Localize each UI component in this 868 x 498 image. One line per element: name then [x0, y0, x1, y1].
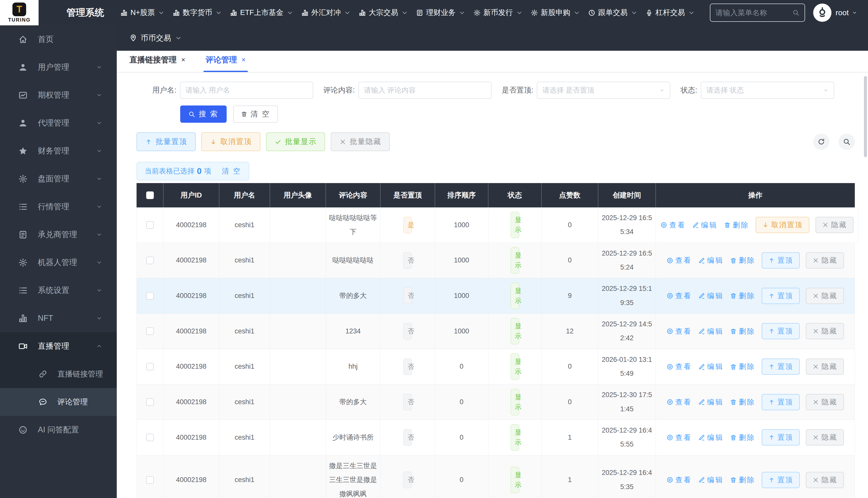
top-menu-item[interactable]: 跟单交易	[588, 8, 638, 18]
row-checkbox[interactable]	[146, 398, 154, 406]
sidebar-item[interactable]: 直播管理	[0, 332, 117, 360]
hide-button[interactable]: 隐藏	[806, 429, 844, 446]
hide-button[interactable]: 隐藏	[806, 394, 844, 410]
sidebar-item[interactable]: 期权管理	[0, 81, 117, 109]
toggle-top-button[interactable]: 置顶	[762, 472, 800, 488]
edit-link[interactable]: 编辑	[698, 324, 724, 339]
view-link[interactable]: 查看	[666, 324, 692, 339]
sidebar-item[interactable]: 代理管理	[0, 109, 117, 137]
sidebar-item[interactable]: AI 问答配置	[0, 416, 117, 444]
delete-link[interactable]: 删除	[730, 324, 756, 339]
delete-link[interactable]: 删除	[730, 253, 756, 267]
delete-link[interactable]: 删除	[724, 218, 750, 232]
menu-search-input[interactable]	[715, 9, 789, 17]
refresh-button[interactable]	[813, 134, 829, 150]
toggle-top-button[interactable]: 置顶	[762, 429, 800, 446]
row-checkbox[interactable]	[146, 327, 154, 335]
hide-button[interactable]: 隐藏	[816, 217, 854, 233]
sidebar-item[interactable]: 用户管理	[0, 53, 117, 81]
hide-button[interactable]: 隐藏	[806, 252, 844, 268]
batch-action-button[interactable]: 批量隐藏	[331, 132, 390, 151]
select-all-checkbox[interactable]	[146, 192, 154, 199]
top-menu-item[interactable]: 外汇对冲	[301, 8, 351, 18]
view-link[interactable]: 查看	[666, 430, 692, 445]
toggle-top-button[interactable]: 置顶	[762, 288, 800, 304]
user-avatar[interactable]	[813, 3, 831, 22]
search-button[interactable]: 搜 索	[180, 105, 227, 123]
tab-close-icon[interactable]: ×	[242, 56, 246, 64]
view-link[interactable]: 查看	[666, 289, 692, 303]
edit-link[interactable]: 编辑	[698, 289, 724, 303]
row-checkbox[interactable]	[146, 292, 154, 300]
delete-link[interactable]: 删除	[730, 430, 756, 445]
sidebar-item[interactable]: 盘面管理	[0, 165, 117, 193]
sidebar-item[interactable]: 系统设置	[0, 276, 117, 304]
top-menu-item[interactable]: 新币发行	[473, 8, 523, 18]
delete-link[interactable]: 删除	[730, 289, 756, 303]
batch-action-button[interactable]: 批量显示	[266, 132, 325, 151]
edit-link[interactable]: 编辑	[692, 218, 718, 232]
batch-action-button[interactable]: 取消置顶	[201, 132, 260, 151]
view-link[interactable]: 查看	[666, 253, 692, 267]
cell-operations: 查看 编辑 删除 取消置顶	[656, 207, 858, 243]
top-menu-item[interactable]: 大宗交易	[359, 8, 408, 18]
sidebar-item[interactable]: 直播链接管理	[0, 360, 117, 388]
delete-link[interactable]: 删除	[730, 473, 756, 487]
cell-avatar	[270, 349, 326, 385]
batch-action-icon	[210, 139, 217, 145]
toggle-top-button[interactable]: 置顶	[762, 252, 800, 268]
hide-button[interactable]: 隐藏	[806, 288, 844, 304]
toggle-top-button[interactable]: 置顶	[762, 394, 800, 410]
top-menu-item[interactable]: N+股票	[120, 8, 165, 18]
market-selector[interactable]: 币币交易	[117, 25, 868, 51]
sidebar-item[interactable]: 评论管理	[0, 388, 117, 416]
zoom-search-button[interactable]	[839, 134, 855, 150]
view-link[interactable]: 查看	[666, 359, 692, 374]
sidebar-item[interactable]: 首页	[0, 25, 117, 53]
edit-link[interactable]: 编辑	[698, 473, 724, 487]
view-link[interactable]: 查看	[666, 473, 692, 487]
sidebar-item[interactable]: 机器人管理	[0, 249, 117, 276]
toggle-top-button[interactable]: 置顶	[762, 323, 800, 339]
row-checkbox[interactable]	[146, 476, 154, 484]
hide-button[interactable]: 隐藏	[806, 358, 844, 375]
hide-button[interactable]: 隐藏	[806, 323, 844, 339]
logo[interactable]: T TURING	[0, 0, 39, 25]
edit-link[interactable]: 编辑	[698, 395, 724, 409]
top-menu-item[interactable]: 杠杆交易	[646, 8, 695, 18]
hide-button[interactable]: 隐藏	[806, 472, 844, 488]
row-checkbox[interactable]	[146, 434, 154, 441]
view-link[interactable]: 查看	[660, 218, 686, 232]
delete-link[interactable]: 删除	[730, 359, 756, 374]
clear-button[interactable]: 清 空	[233, 105, 278, 123]
tab-close-icon[interactable]: ×	[181, 56, 185, 64]
status-filter-select[interactable]: 请选择 状态	[701, 82, 834, 99]
row-checkbox[interactable]	[146, 363, 154, 370]
toggle-top-button[interactable]: 置顶	[762, 358, 800, 375]
username-filter-input[interactable]	[180, 82, 313, 99]
delete-link[interactable]: 删除	[730, 395, 756, 409]
row-checkbox[interactable]	[146, 257, 154, 264]
sidebar-item[interactable]: 行情管理	[0, 193, 117, 221]
sidebar-item[interactable]: NFT	[0, 304, 117, 332]
sidebar-item[interactable]: 承兑商管理	[0, 221, 117, 249]
vertical-scrollbar[interactable]	[864, 76, 867, 157]
top-menu-item[interactable]: ETF上市基金	[230, 8, 294, 18]
toggle-top-button[interactable]: 取消置顶	[756, 217, 809, 233]
page-tab[interactable]: 直播链接管理 ×	[127, 54, 187, 72]
sidebar-item[interactable]: 财务管理	[0, 137, 117, 165]
edit-link[interactable]: 编辑	[698, 359, 724, 374]
selection-clear-link[interactable]: 清 空	[222, 166, 241, 176]
edit-link[interactable]: 编辑	[698, 430, 724, 445]
edit-link[interactable]: 编辑	[698, 253, 724, 267]
comment-filter-input[interactable]	[358, 82, 492, 99]
pinned-filter-select[interactable]: 请选择 是否置顶	[537, 82, 670, 99]
top-menu-item[interactable]: 理财业务	[416, 8, 466, 18]
view-link[interactable]: 查看	[666, 395, 692, 409]
row-checkbox[interactable]	[146, 221, 154, 229]
user-menu[interactable]: root	[835, 8, 857, 17]
top-menu-item[interactable]: 新股申购	[531, 8, 580, 18]
top-menu-item[interactable]: 数字货币	[173, 8, 222, 18]
batch-action-button[interactable]: 批量置顶	[137, 132, 196, 151]
page-tab[interactable]: 评论管理 ×	[204, 54, 248, 72]
